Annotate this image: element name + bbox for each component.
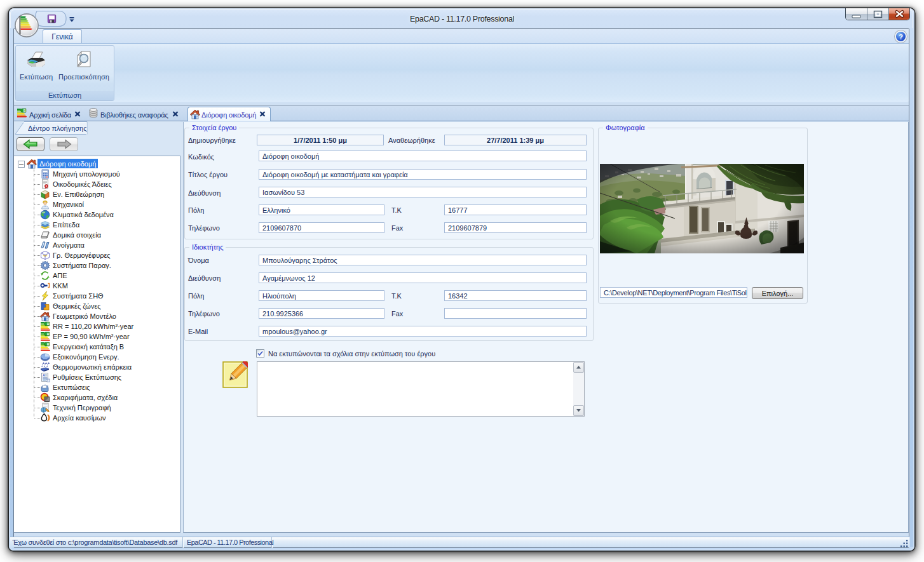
svg-text:A: A (43, 373, 45, 377)
svg-text:B: B (24, 109, 26, 112)
svg-text:B: B (47, 332, 50, 336)
svg-text:B: B (47, 342, 50, 346)
svg-text:B: B (47, 322, 50, 326)
svg-text:?: ? (899, 33, 903, 41)
